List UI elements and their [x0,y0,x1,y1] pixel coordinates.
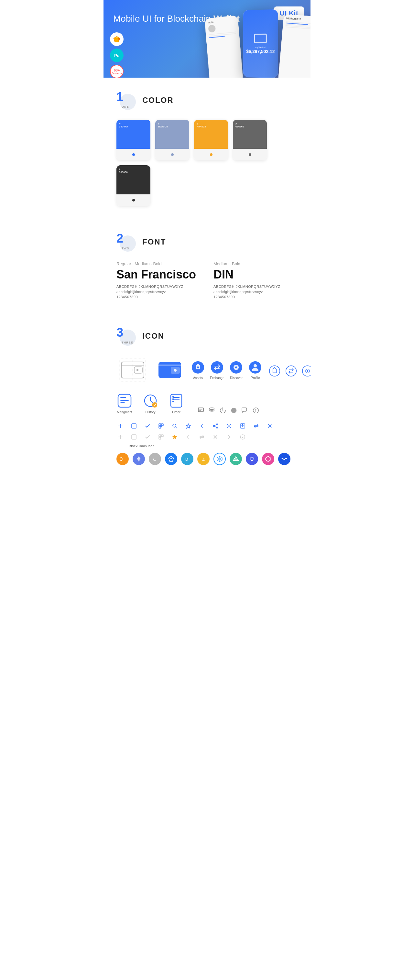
swatch-dark: #303030 [116,165,150,206]
phone-mockup-3: $6,297,502.12 [278,14,310,78]
icon-plus [116,422,124,430]
svg-rect-68 [163,428,163,428]
svg-point-30 [286,366,296,376]
svg-point-13 [137,369,139,371]
nav-icons-colored: Assets Exchange [191,360,262,380]
swatch-blue: #3574FA [116,120,150,161]
svg-point-79 [228,425,230,427]
icon-mesh [213,453,226,465]
main-nav-icons: Mangment History [116,393,298,414]
sf-style: Regular · Medium · Bold [116,261,201,266]
svg-marker-108 [250,457,254,458]
sf-name: San Francisco [116,268,201,282]
icon-settings [225,422,233,430]
section-num-3: 3 THREE [116,326,136,346]
sf-nums: 1234567890 [116,295,201,299]
icon-management: Mangment [116,393,132,414]
icon-exchange: Exchange [210,360,224,380]
icon-title: ICON [142,331,164,340]
svg-rect-87 [159,435,161,437]
svg-point-76 [217,427,218,428]
svg-marker-73 [186,424,191,428]
svg-point-71 [173,424,176,427]
din-name: DIN [213,268,298,282]
icon-search [171,422,178,430]
svg-point-18 [174,369,177,372]
phone-mockups: Profile myWallet $6,297,502.12 $6,297,50… [207,8,310,78]
icon-section-header: 3 THREE ICON [116,326,298,346]
svg-rect-67 [161,426,162,427]
icon-info-faded [239,433,247,441]
svg-text:Z: Z [202,457,205,461]
tool-icons-row2 [116,433,298,441]
sf-lower: abcdefghijklmnopqrstuvwxyz [116,290,201,294]
icon-discover: Discover [229,360,243,380]
font-title: FONT [142,237,166,247]
ps-badge: Ps [110,49,124,62]
icon-construction-area: Assets Exchange [116,355,298,385]
icon-wallet-solid [155,355,184,385]
svg-rect-37 [120,397,126,398]
svg-text:D: D [185,457,188,461]
svg-point-57 [256,409,256,409]
svg-line-78 [215,426,217,427]
icon-edit-faded [130,433,138,441]
svg-rect-65 [161,424,163,426]
svg-marker-90 [172,435,177,439]
svg-rect-64 [159,424,161,426]
svg-rect-46 [172,396,174,398]
crypto-icons: ₿ Ł D Z [116,453,298,465]
svg-rect-70 [163,426,163,427]
svg-point-27 [253,364,257,368]
svg-marker-4 [115,38,119,42]
sf-upper: ABCDEFGHIJKLMNOPQRSTUVWXYZ [116,285,201,288]
font-din: Medium · Bold DIN ABCDEFGHIJKLMNOPQRSTUV… [213,261,298,300]
swatch-gray: #666666 [233,120,267,161]
svg-point-53 [231,408,237,414]
din-upper: ABCDEFGHIJKLMNOPQRSTUVWXYZ [213,285,298,288]
icon-waves [278,453,290,465]
icon-check-faded [143,433,151,441]
svg-rect-48 [172,401,174,402]
icon-star-filled [171,433,178,441]
swatch-orange: #F5A623 [194,120,228,161]
icon-litecoin: Ł [149,453,161,465]
svg-rect-49 [198,408,204,412]
section-num-1: 1 ONE [116,91,136,110]
screens-badge: 60+ Screens [110,65,124,78]
svg-rect-39 [120,402,125,403]
icon-share [212,422,219,430]
svg-rect-54 [242,408,247,411]
blockchain-label: BlockChain Icon [116,444,298,448]
swatch-gray-blue: #8DA0C8 [155,120,189,161]
svg-rect-69 [161,428,162,428]
icon-plus-faded [116,433,124,441]
icon-forward-faded [225,433,233,441]
svg-line-77 [215,425,217,426]
svg-marker-29 [273,368,277,372]
blockchain-text: BlockChain Icon [129,444,154,448]
nav-icons-outline [269,365,310,377]
svg-point-33 [307,370,309,372]
din-style: Medium · Bold [213,261,298,266]
svg-rect-38 [120,400,129,401]
icon-check [143,422,151,430]
icon-dash: D [181,453,193,465]
blockchain-line-decoration [116,446,126,446]
svg-text:Ł: Ł [153,457,156,461]
din-nums: 1234567890 [213,295,298,299]
svg-point-22 [211,361,223,374]
din-lower: abcdefghijklmnopqrstuvwxyz [213,290,298,294]
icon-history: History [142,393,158,414]
hero-section: Mobile UI for Blockchain Wallet UI Kit P… [104,0,310,78]
icon-qr-faded [157,433,165,441]
icon-wallet-wireframe [116,355,149,385]
sketch-badge [110,32,124,46]
color-swatches: #3574FA #8DA0C8 #F5A623 #666666 #303030 [116,120,298,206]
icon-edit [130,422,138,430]
phone-mockup-2: myWallet $6,297,502.12 [243,10,278,78]
font-grid: Regular · Medium · Bold San Francisco AB… [116,261,298,300]
svg-point-21 [197,366,199,368]
icon-upload [239,422,247,430]
icon-bitcoin: ₿ [116,453,129,465]
